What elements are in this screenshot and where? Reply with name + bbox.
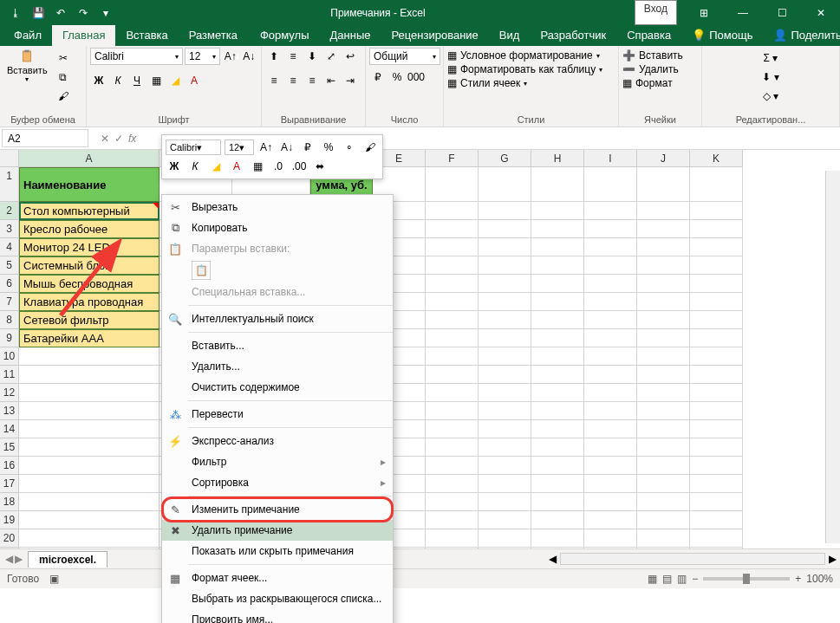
cell[interactable] <box>19 475 160 493</box>
row-header[interactable]: 14 <box>0 420 19 438</box>
col-header-H[interactable]: H <box>531 150 584 167</box>
tab-formulas[interactable]: Формулы <box>250 25 320 46</box>
indent-inc-icon[interactable]: ⇥ <box>342 72 359 89</box>
cell[interactable] <box>479 457 531 475</box>
border-icon[interactable]: ▦ <box>147 72 165 89</box>
cell[interactable] <box>584 511 637 529</box>
qat-dropdown-icon[interactable]: ▾ <box>95 3 116 23</box>
ctx-insert[interactable]: Вставить... <box>162 335 393 356</box>
cell[interactable] <box>690 384 743 402</box>
cut-icon[interactable]: ✂ <box>55 49 72 67</box>
cell[interactable] <box>637 438 690 457</box>
cell[interactable] <box>690 493 743 511</box>
mini-bold-icon[interactable]: Ж <box>166 158 183 175</box>
cell[interactable] <box>531 366 584 384</box>
mini-italic-icon[interactable]: К <box>186 158 204 175</box>
row-header[interactable]: 4 <box>0 238 19 256</box>
tab-nav-last-icon[interactable]: ▶ <box>15 553 23 565</box>
increase-font-icon[interactable]: A↑ <box>222 48 238 65</box>
mini-dec-decimal-icon[interactable]: .0 <box>270 158 287 175</box>
cell[interactable] <box>479 384 531 402</box>
mini-font-color-icon[interactable]: A <box>228 158 245 175</box>
fill-icon[interactable]: ⬇ ▾ <box>706 68 836 86</box>
mini-thousands-icon[interactable]: ∘ <box>341 139 358 156</box>
cell[interactable] <box>426 438 479 457</box>
tab-layout[interactable]: Разметка страницы <box>179 25 250 46</box>
cell[interactable] <box>637 366 690 384</box>
clear-icon[interactable]: ◇ ▾ <box>706 88 836 105</box>
cell[interactable] <box>531 347 584 366</box>
cell[interactable] <box>479 548 531 548</box>
share-button[interactable]: 👤Поделиться <box>763 25 840 46</box>
ctx-format-cells[interactable]: ▦Формат ячеек... <box>162 568 393 588</box>
ctx-delete-comment[interactable]: ✖Удалить примечание <box>162 520 393 541</box>
cell[interactable] <box>690 529 743 548</box>
ctx-cut[interactable]: ✂Вырезать <box>162 197 393 217</box>
sum-icon[interactable]: Σ ▾ <box>706 49 836 67</box>
cell[interactable] <box>531 384 584 402</box>
col-header-K[interactable]: K <box>690 150 743 167</box>
row-header[interactable]: 9 <box>0 329 19 347</box>
mini-percent-icon[interactable]: % <box>320 139 337 156</box>
mini-border-icon[interactable]: ▦ <box>249 158 266 175</box>
cell[interactable] <box>690 511 743 529</box>
zoom-out-icon[interactable]: − <box>692 573 698 585</box>
cell[interactable] <box>19 420 160 438</box>
delete-cells-button[interactable]: ➖Удалить <box>622 63 698 75</box>
cell[interactable] <box>584 475 637 493</box>
align-middle-icon[interactable]: ≡ <box>284 48 302 65</box>
tab-help[interactable]: Справка <box>616 25 681 46</box>
align-bottom-icon[interactable]: ⬇ <box>303 48 321 65</box>
cell[interactable] <box>690 457 743 475</box>
cell[interactable] <box>584 366 637 384</box>
indent-dec-icon[interactable]: ⇤ <box>322 72 340 89</box>
mini-increase-icon[interactable]: A↑ <box>257 139 275 156</box>
cell[interactable]: Кресло рабочее <box>19 220 160 238</box>
tab-file[interactable]: Файл <box>3 25 52 46</box>
cell[interactable] <box>479 529 531 548</box>
tab-nav-first-icon[interactable]: ◀ <box>5 553 13 565</box>
cell[interactable] <box>531 475 584 493</box>
tab-insert[interactable]: Вставка <box>115 25 178 46</box>
zoom-slider[interactable] <box>703 577 790 581</box>
cell[interactable] <box>531 493 584 511</box>
cell[interactable] <box>426 384 479 402</box>
cell[interactable] <box>426 548 479 548</box>
format-cells-button[interactable]: ▦Формат <box>622 77 698 89</box>
cell[interactable] <box>426 529 479 548</box>
macro-record-icon[interactable]: ▣ <box>49 573 59 585</box>
mini-merge-icon[interactable]: ⬌ <box>311 158 329 175</box>
cell[interactable] <box>479 438 531 457</box>
vertical-scrollbar[interactable] <box>825 171 840 543</box>
cell[interactable] <box>479 420 531 438</box>
cell[interactable] <box>690 366 743 384</box>
cell[interactable] <box>426 402 479 420</box>
mini-fill-icon[interactable]: ◢ <box>207 158 225 175</box>
cell[interactable]: Батарейки ААА <box>19 329 160 347</box>
row-header[interactable]: 7 <box>0 293 19 311</box>
cell[interactable] <box>531 402 584 420</box>
cell[interactable] <box>531 457 584 475</box>
font-size-dropdown[interactable]: 12▾ <box>185 48 220 65</box>
align-center-icon[interactable]: ≡ <box>284 72 302 89</box>
ctx-quick-analysis[interactable]: ⚡Экспресс-анализ <box>162 431 393 451</box>
cell[interactable] <box>690 475 743 493</box>
fx-icon[interactable]: fx <box>128 133 136 145</box>
cell[interactable] <box>479 402 531 420</box>
cell[interactable] <box>690 420 743 438</box>
login-button[interactable]: Вход <box>635 0 677 25</box>
cell[interactable] <box>19 438 160 457</box>
cell[interactable] <box>19 493 160 511</box>
ctx-smart-lookup[interactable]: 🔍Интеллектуальный поиск <box>162 308 393 329</box>
cell[interactable] <box>531 438 584 457</box>
ctx-pick-list[interactable]: Выбрать из раскрывающегося списка... <box>162 588 393 609</box>
col-header-F[interactable]: F <box>426 150 479 167</box>
cell[interactable] <box>690 548 743 548</box>
cell[interactable] <box>426 511 479 529</box>
row-header[interactable]: 10 <box>0 347 19 366</box>
cell[interactable] <box>637 457 690 475</box>
cell[interactable] <box>19 402 160 420</box>
row-header[interactable]: 19 <box>0 511 19 529</box>
zoom-level[interactable]: 100% <box>806 573 833 585</box>
underline-icon[interactable]: Ч <box>128 72 146 89</box>
